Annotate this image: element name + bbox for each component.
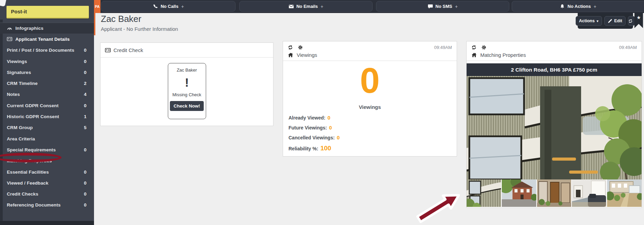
pencil-icon xyxy=(608,19,612,23)
sidebar-item-crm-group[interactable]: CRM Group 5 xyxy=(0,122,94,133)
no-sms-label: No SMS xyxy=(435,4,452,9)
sidebar-item-viewed-feedback[interactable]: Viewed / Feedback 0 xyxy=(0,177,94,188)
add-email-plus: + xyxy=(321,4,323,9)
thumbnail-front-porch[interactable] xyxy=(537,179,572,207)
sidebar-item-historic-gdpr-consent[interactable]: Historic GDPR Consent 1 xyxy=(0,111,94,122)
gauge-icon xyxy=(7,26,12,31)
sidebar-item-area-criteria[interactable]: Area Criteria xyxy=(0,133,94,144)
sidebar-footer-band xyxy=(0,221,94,225)
stat-label: Already Viewed: xyxy=(289,115,325,121)
sidebar-item-label: Current GDPR Consent xyxy=(7,103,58,108)
thumbnail-living-room[interactable] xyxy=(572,179,606,207)
id-card-icon xyxy=(7,36,12,42)
sidebar-item-count: 0 xyxy=(84,59,86,64)
credit-status-text: Missing Check xyxy=(168,92,206,97)
viewings-timestamp: 09:49AM xyxy=(434,45,452,50)
sidebar-item-label: Infographics xyxy=(15,26,43,31)
stat-label: Future Viewings: xyxy=(289,125,327,130)
viewings-count-label: Viewings xyxy=(283,104,457,110)
no-calls-button[interactable]: No Calls + xyxy=(101,1,236,12)
sidebar-item-count: 0 xyxy=(84,180,86,186)
sidebar-item-count: 2 xyxy=(84,81,86,86)
no-actions-button[interactable]: No Actions + xyxy=(512,1,644,12)
viewings-title: Viewings xyxy=(297,52,317,58)
thumbnail-facade-closeup[interactable] xyxy=(467,179,501,207)
stat-reliability: Reliability %: 100 xyxy=(289,145,457,154)
gear-icon[interactable] xyxy=(481,45,486,50)
sidebar-item-crm-timeline[interactable]: CRM Timeline 2 xyxy=(0,78,94,89)
sidebar-item-essential-facilities[interactable]: Essential Facilities 0 xyxy=(0,166,94,177)
gear-icon[interactable] xyxy=(298,45,303,50)
add-action-plus: + xyxy=(593,4,596,9)
property-address-banner[interactable]: 2 Clifton Road, BH6 3PA £750 pcm xyxy=(467,63,642,76)
refresh-icon[interactable] xyxy=(288,45,293,50)
viewings-panel: 09:49AM Viewings 0 Viewings Already View… xyxy=(283,41,457,157)
sidebar-item-count: 1 xyxy=(84,114,86,119)
no-emails-button[interactable]: No Emails + xyxy=(239,1,373,12)
id-card-icon xyxy=(105,47,111,53)
sidebar-item-count: 0 xyxy=(84,170,86,175)
sidebar-item-label: Notes xyxy=(7,92,20,97)
sidebar-item-signatures[interactable]: Signatures 0 xyxy=(0,67,94,78)
pa-ribbon-tag[interactable]: PA xyxy=(94,0,100,13)
bookmark-ribbon-button[interactable]: ★ xyxy=(634,13,643,28)
sidebar-item-credit-checks[interactable]: Credit Checks 0 xyxy=(0,188,94,199)
actions-label: Actions xyxy=(579,18,595,23)
sidebar-item-notes[interactable]: Notes 4 xyxy=(0,89,94,100)
alert-exclamation: ! xyxy=(168,76,206,89)
stat-future-viewings: Future Viewings: 0 xyxy=(289,125,457,135)
viewings-header: 09:49AM Viewings xyxy=(283,41,457,61)
sidebar-item-label: Applicant Tenant Details xyxy=(15,37,70,42)
property-thumbnail-strip xyxy=(467,179,642,207)
sidebar-item-label: CRM Timeline xyxy=(7,81,38,86)
no-actions-label: No Actions xyxy=(567,4,591,9)
sidebar-item-label: Special Requirements xyxy=(7,147,56,152)
sidebar-item-count: 0 xyxy=(84,191,86,197)
sidebar-item-count: 5 xyxy=(84,125,86,130)
sidebar-item-label: Area Criteria xyxy=(7,136,35,141)
sidebar-item-infographics[interactable]: Infographics xyxy=(0,23,94,34)
header-toolbar: Actions ▾ Edit xyxy=(578,13,633,29)
property-main-photo[interactable] xyxy=(467,76,642,179)
check-now-button[interactable]: Check Now! xyxy=(170,101,204,111)
sidebar: Post-it Infographics Applicant Tenant De… xyxy=(0,0,94,225)
sidebar-menu: Infographics Applicant Tenant Details Pr… xyxy=(0,23,94,211)
sidebar-item-label: Viewed / Feedback xyxy=(7,180,49,186)
postit-note[interactable]: Post-it xyxy=(6,6,89,18)
thumbnail-garden[interactable] xyxy=(607,179,642,207)
postit-title: Post-it xyxy=(6,6,89,14)
credit-card-name: Zac Baker xyxy=(168,67,206,73)
sidebar-item-label: Signatures xyxy=(7,70,31,75)
sidebar-item-count: 0 xyxy=(84,48,86,53)
pa-ribbon-tail xyxy=(94,13,95,35)
sidebar-item-referencing-documents[interactable]: Referencing Documents 0 xyxy=(0,200,94,211)
matching-properties-panel: 09:49AM Matching Properties 2 Clifton Ro… xyxy=(466,41,642,208)
sidebar-item-count: 0 xyxy=(84,103,86,108)
stat-already-viewed: Already Viewed: 0 xyxy=(289,115,457,125)
refresh-button[interactable] xyxy=(628,16,635,26)
stat-cancelled-viewings: Cancelled Viewings: 0 xyxy=(289,135,457,145)
sidebar-item-label: Viewings xyxy=(7,59,27,64)
sidebar-item-current-gdpr-consent[interactable]: Current GDPR Consent 0 xyxy=(0,100,94,111)
sidebar-item-viewings[interactable]: Viewings 0 xyxy=(0,56,94,67)
viewings-stats: Already Viewed: 0 Future Viewings: 0 Can… xyxy=(289,115,457,154)
sidebar-item-count: 4 xyxy=(84,92,86,97)
matching-timestamp: 09:49AM xyxy=(619,45,637,50)
no-sms-button[interactable]: No SMS + xyxy=(376,1,509,12)
edit-button[interactable]: Edit xyxy=(604,16,626,26)
stat-value: 0 xyxy=(327,115,330,121)
thumbnail-brick-house[interactable] xyxy=(502,179,536,207)
sidebar-item-special-requirements[interactable]: Special Requirements 0 xyxy=(0,144,94,155)
sidebar-item-print-post-store-documents[interactable]: Print / Post / Store Documents 0 xyxy=(0,45,94,56)
refresh-icon[interactable] xyxy=(471,45,477,50)
sidebar-item-label: Credit Checks xyxy=(7,191,38,197)
sidebar-item-applicant-tenant-details[interactable]: Applicant Tenant Details xyxy=(0,34,94,45)
sidebar-item-matching-properties[interactable]: Matching Properties xyxy=(0,155,94,166)
matching-properties-header: 09:49AM Matching Properties xyxy=(467,41,642,61)
no-calls-label: No Calls xyxy=(161,4,178,9)
sidebar-item-count: 0 xyxy=(84,202,86,208)
actions-dropdown-button[interactable]: Actions ▾ xyxy=(576,16,602,26)
credit-check-card: Zac Baker ! Missing Check Check Now! xyxy=(168,63,206,119)
stat-value: 100 xyxy=(320,145,331,152)
sidebar-item-label: Matching Properties xyxy=(7,158,52,163)
